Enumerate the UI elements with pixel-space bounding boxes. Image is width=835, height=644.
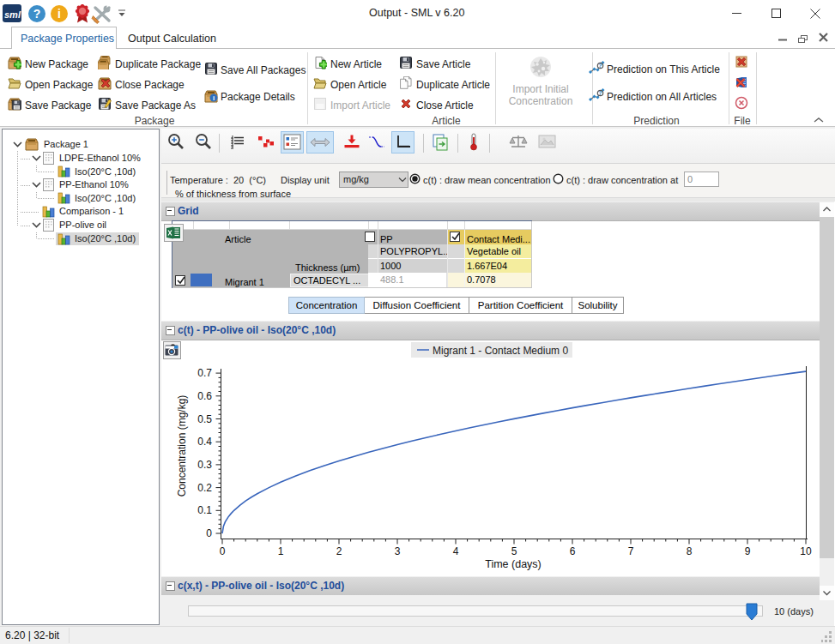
- svg-text:2: 2: [336, 545, 342, 557]
- svg-text:0.3: 0.3: [197, 459, 212, 471]
- svg-text:9: 9: [745, 545, 751, 557]
- svg-text:0: 0: [206, 527, 212, 539]
- svg-text:0.5: 0.5: [197, 413, 212, 425]
- svg-text:5: 5: [511, 545, 517, 557]
- svg-text:3: 3: [395, 545, 401, 557]
- svg-text:0: 0: [220, 545, 226, 557]
- svg-text:?: ?: [599, 90, 602, 96]
- svg-text:8: 8: [687, 545, 693, 557]
- svg-text:0.6: 0.6: [197, 390, 212, 402]
- svg-text:1: 1: [278, 545, 284, 557]
- svg-text:10: 10: [800, 545, 812, 557]
- svg-text:?: ?: [599, 63, 602, 69]
- svg-text:0.7: 0.7: [197, 367, 212, 379]
- svg-text:0.4: 0.4: [197, 436, 212, 448]
- svg-text:4: 4: [453, 545, 459, 557]
- svg-text:7: 7: [628, 545, 634, 557]
- svg-text:6: 6: [570, 545, 576, 557]
- svg-text:?: ?: [33, 7, 41, 21]
- svg-text:0.2: 0.2: [197, 482, 212, 494]
- svg-text:i: i: [57, 7, 61, 21]
- svg-text:0.1: 0.1: [197, 504, 212, 516]
- svg-text:i: i: [213, 94, 215, 102]
- svg-text:Concentration (mg/kg): Concentration (mg/kg): [176, 395, 188, 497]
- svg-text:Time (days): Time (days): [485, 558, 542, 570]
